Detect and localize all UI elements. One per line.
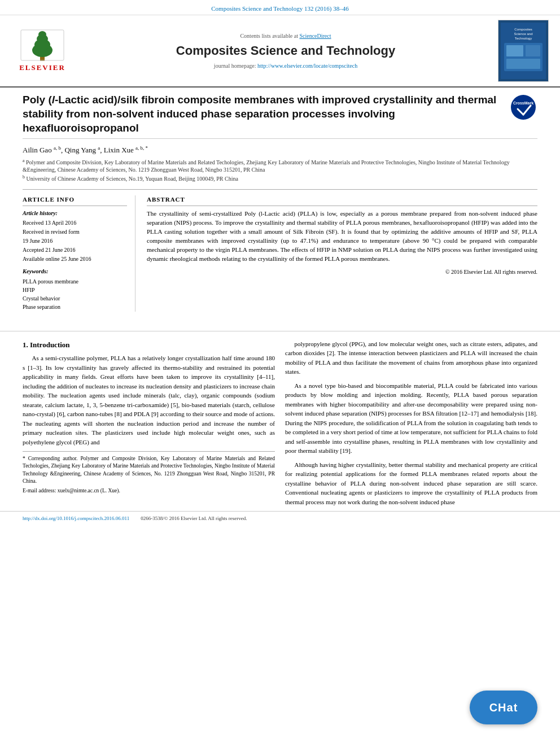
intro-para-2: polypropylene glycol (PPG), and low mole… <box>285 339 537 377</box>
svg-text:Technology: Technology <box>515 37 532 40</box>
journal-citation: Composites Science and Technology 132 (2… <box>211 5 348 12</box>
svg-point-15 <box>511 95 536 120</box>
svg-rect-14 <box>506 59 540 69</box>
keyword-4: Phase separation <box>23 303 127 311</box>
received-date: Received 13 April 2016 <box>23 219 127 227</box>
affiliation-b: b University of Chinese Academy of Scien… <box>23 174 537 182</box>
body-right-column: polypropylene glycol (PPG), and low mole… <box>285 339 537 512</box>
svg-rect-12 <box>506 45 523 56</box>
crossmark-logo: CrossMark <box>509 93 537 121</box>
available-online-date: Available online 25 June 2016 <box>23 255 127 263</box>
abstract-header: ABSTRACT <box>147 195 537 206</box>
elsevier-logo: ELSEVIER <box>11 29 73 73</box>
copyright-notice: © 2016 Elsevier Ltd. All rights reserved… <box>147 268 537 277</box>
journal-center: Contents lists available at ScienceDirec… <box>73 32 498 70</box>
info-abstract-section: ARTICLE INFO Article history: Received 1… <box>23 189 537 311</box>
journal-homepage-link[interactable]: http://www.elsevier.com/locate/compscite… <box>257 63 357 69</box>
elsevier-tree-icon <box>20 29 65 62</box>
keyword-2: HFIP <box>23 286 127 294</box>
science-direct-link[interactable]: ScienceDirect <box>299 33 331 39</box>
body-left-column: 1. Introduction As a semi-crystalline po… <box>23 339 275 512</box>
keywords-header: Keywords: <box>23 268 127 276</box>
keywords-section: Keywords: PLLA porous membrane HFIP Crys… <box>23 268 127 311</box>
intro-para-1: As a semi-crystalline polymer, PLLA has … <box>23 353 275 447</box>
article-history-label: Article history: <box>23 209 127 217</box>
accepted-date: Accepted 21 June 2016 <box>23 246 127 254</box>
journal-homepage: journal homepage: http://www.elsevier.co… <box>79 62 492 70</box>
keyword-1: PLLA porous membrane <box>23 278 127 286</box>
svg-point-4 <box>38 31 46 38</box>
abstract-text: The crystallinity of semi-crystallized P… <box>147 209 537 264</box>
introduction-heading: 1. Introduction <box>23 339 275 351</box>
received-revised-date: 19 June 2016 <box>23 237 127 245</box>
keyword-3: Crystal behavior <box>23 295 127 303</box>
intro-para-4: Although having higher crystallinity, be… <box>285 460 537 507</box>
journal-cover-image: Composites Science and Technology <box>498 20 549 82</box>
elsevier-brand-label: ELSEVIER <box>19 63 65 73</box>
svg-text:Composites: Composites <box>514 28 532 31</box>
footer-bar: http://dx.doi.org/10.1016/j.compscitech.… <box>0 511 560 526</box>
chat-label: CHat <box>489 700 518 715</box>
body-two-column: 1. Introduction As a semi-crystalline po… <box>0 339 560 512</box>
received-revised-label: Received in revised form <box>23 228 127 236</box>
cover-svg: Composites Science and Technology <box>498 20 548 81</box>
doi-link[interactable]: http://dx.doi.org/10.1016/j.compscitech.… <box>23 515 129 522</box>
article-main-title: Poly (l-Lactic acid)/silk fibroin compos… <box>23 93 504 135</box>
article-info-column: ARTICLE INFO Article history: Received 1… <box>23 195 135 311</box>
article-info-header: ARTICLE INFO <box>23 195 127 206</box>
article-title-text: Poly (l-Lactic acid)/silk fibroin compos… <box>23 93 504 135</box>
article-title-section: Poly (l-Lactic acid)/silk fibroin compos… <box>23 93 537 139</box>
svg-text:Science and: Science and <box>514 32 532 36</box>
article-body: Poly (l-Lactic acid)/silk fibroin compos… <box>0 88 560 322</box>
footnote-section: * Corresponding author. Polymer and Comp… <box>23 451 275 495</box>
journal-title: Composites Science and Technology <box>79 42 492 60</box>
science-direct-text: Contents lists available at ScienceDirec… <box>79 32 492 40</box>
intro-para-3: As a novel type bio-based and biocompati… <box>285 381 537 456</box>
email-note: E-mail address: xuelx@nimte.ac.cn (L. Xu… <box>23 487 275 495</box>
abstract-column: ABSTRACT The crystallinity of semi-cryst… <box>147 195 537 311</box>
svg-rect-13 <box>526 45 540 56</box>
authors-line: Ailin Gao a, b, Qing Yang a, Lixin Xue a… <box>23 145 537 156</box>
journal-info-bar: Composites Science and Technology 132 (2… <box>0 0 560 15</box>
issn-copyright: 0266-3538/© 2016 Elsevier Ltd. All right… <box>141 515 247 522</box>
journal-header: ELSEVIER Contents lists available at Sci… <box>0 15 560 88</box>
corresponding-author-note: * Corresponding author. Polymer and Comp… <box>23 455 275 485</box>
affiliation-a: a Polymer and Composite Division, Key La… <box>23 158 537 173</box>
chat-button[interactable]: CHat <box>470 691 537 724</box>
section-divider <box>0 331 560 331</box>
svg-text:CrossMark: CrossMark <box>513 101 533 105</box>
